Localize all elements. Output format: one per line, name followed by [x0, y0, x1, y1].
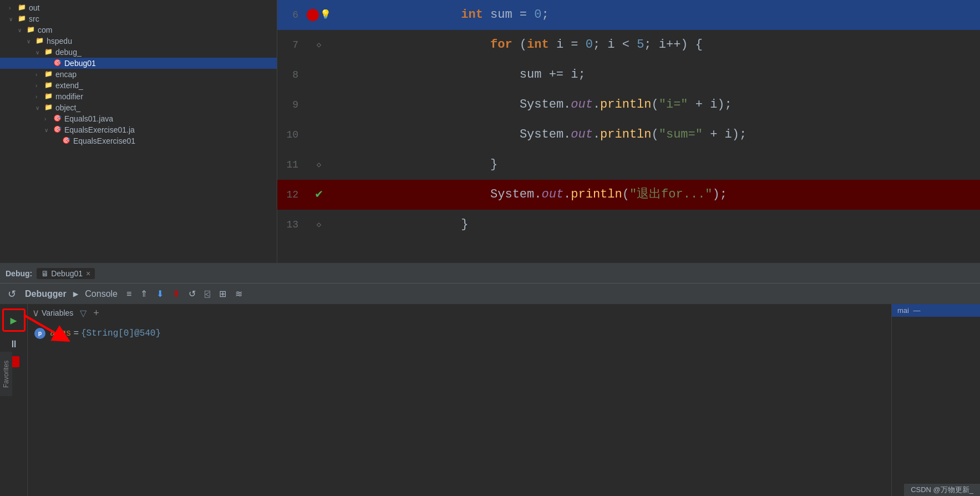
java-icon-equalsex01-class: 🎯 — [61, 136, 71, 145]
tree-label-extend: extend_ — [55, 81, 83, 90]
debug-panel: Debug: 🖥 Debug01 × ↺ Debugger ▶ Console … — [0, 263, 980, 496]
tree-item-equals01[interactable]: › 🎯 Equals01.java — [0, 113, 277, 124]
btn-step-up[interactable]: ⇑ — [137, 287, 151, 300]
tree-label-debug: debug_ — [55, 48, 82, 57]
tree-item-extend[interactable]: › 📁 extend_ — [0, 80, 277, 91]
tree-item-src[interactable]: ∨ 📁 src — [0, 13, 277, 24]
watermark: CSDN @万物更新_ — [904, 484, 980, 496]
pause-button[interactable]: ⏸ — [5, 336, 23, 352]
tree-item-encap[interactable]: › 📁 encap — [0, 69, 277, 80]
arrow-out: › — [9, 5, 17, 11]
gutter-12: ✔ — [305, 180, 333, 210]
debug-arrow-12: ✔ — [315, 180, 322, 210]
line-num-8: 8 — [277, 60, 305, 90]
folder-icon-modifier: 📁 — [43, 92, 53, 101]
tree-item-hspedu[interactable]: ∨ 📁 hspedu — [0, 36, 277, 47]
debug-header: Debug: 🖥 Debug01 × — [0, 264, 980, 283]
variables-body: p args = {String[0]@540} — [28, 322, 891, 345]
tree-item-equalsex01-class[interactable]: 🎯 EqualsExercise01 — [0, 135, 277, 146]
tree-label-debug01: Debug01 — [64, 59, 96, 68]
btn-step-up2[interactable]: ⬆ — [169, 287, 183, 300]
arrow-equalsex01-class — [53, 138, 61, 144]
frame-main[interactable]: mai — — [892, 304, 980, 317]
line-num-12: 12 — [277, 180, 305, 210]
refresh-btn[interactable]: ↺ — [4, 287, 19, 301]
folder-icon-out: 📁 — [17, 3, 27, 12]
play-icon: ▶ — [10, 313, 17, 327]
main-container: › 📁 out ∨ 📁 src ∨ 📁 com ∨ 📁 hspedu — [0, 0, 980, 496]
line-num-7: 7 — [277, 30, 305, 60]
line-num-6: 6 — [277, 0, 305, 30]
tree-item-out[interactable]: › 📁 out — [0, 2, 277, 13]
tree-label-equalsex01-class: EqualsExercise01 — [73, 136, 135, 145]
tree-item-modifier[interactable]: › 📁 modifier — [0, 91, 277, 102]
code-content: 6 💡 int sum = 0; 7 ◇ — [277, 0, 980, 240]
tree-label-equals01: Equals01.java — [64, 114, 113, 123]
gutter-11: ◇ — [305, 150, 333, 180]
btn-step-down-into[interactable]: ⬇ — [153, 287, 167, 300]
line-content-13: } — [333, 180, 980, 263]
btn-lines[interactable]: ≡ — [123, 288, 135, 300]
arrow-encap: › — [35, 72, 43, 78]
tree-label-equalsex01: EqualsExercise01.ja — [64, 125, 135, 134]
gutter-7: ◇ — [305, 30, 333, 60]
var-name-args: args — [50, 328, 71, 338]
arrow-debug01 — [44, 60, 52, 67]
top-area: › 📁 out ∨ 📁 src ∨ 📁 com ∨ 📁 hspedu — [0, 0, 980, 263]
btn-evaluate[interactable]: ⍃ — [201, 288, 214, 300]
tree-label-out: out — [29, 3, 39, 12]
tab-icon-debug01: 🖥 — [41, 269, 49, 278]
btn-settings2[interactable]: ≋ — [232, 287, 246, 300]
tree-label-encap: encap — [55, 70, 77, 79]
btn-table[interactable]: ⊞ — [216, 287, 230, 300]
resume-button[interactable]: ▶ — [2, 308, 26, 332]
tree-label-com: com — [38, 26, 52, 34]
tab-console[interactable]: Console — [82, 288, 121, 300]
tree-item-equalsex01[interactable]: ∨ 🎯 EqualsExercise01.ja — [0, 124, 277, 135]
tree-item-debug[interactable]: ∨ 📁 debug_ — [0, 47, 277, 58]
tree-label-hspedu: hspedu — [47, 37, 72, 45]
tree-label-modifier: modifier — [55, 92, 83, 101]
frames-panel: mai — — [891, 304, 980, 496]
variables-panel: ∨ Variables ▽ + p args = {String[0]@540} — [28, 304, 891, 496]
file-tree: › 📁 out ∨ 📁 src ∨ 📁 com ∨ 📁 hspedu — [0, 0, 277, 263]
add-watch-icon[interactable]: + — [93, 307, 99, 319]
chevron-down-icon[interactable]: ∨ — [32, 307, 39, 319]
folder-icon-src: 📁 — [17, 14, 27, 23]
arrow-hspedu: ∨ — [27, 38, 34, 44]
arrow-extend: › — [35, 83, 43, 89]
btn-step-over[interactable]: ↺ — [185, 287, 199, 300]
line-num-10: 10 — [277, 120, 305, 150]
tab-debugger[interactable]: Debugger — [22, 288, 70, 300]
tree-item-object[interactable]: ∨ 📁 object_ — [0, 102, 277, 113]
folder-icon-object: 📁 — [43, 103, 53, 112]
tree-item-debug01[interactable]: 🎯 Debug01 — [0, 58, 277, 69]
arrow-equals01: › — [44, 116, 52, 122]
tab-close-debug01[interactable]: × — [86, 269, 90, 278]
gutter-13: ◇ — [305, 210, 333, 240]
param-icon: p — [34, 328, 45, 339]
breakpoint-6[interactable] — [307, 9, 319, 21]
code-line-13: 13 ◇ } — [277, 210, 980, 240]
folder-icon-extend: 📁 — [43, 81, 53, 90]
debug-tab-debug01[interactable]: 🖥 Debug01 × — [37, 268, 95, 279]
gutter-6: 💡 — [305, 0, 333, 30]
line-num-9: 9 — [277, 90, 305, 120]
debug-body: ▶ ⏸ ∨ — [0, 304, 980, 496]
line-num-13: 13 — [277, 210, 305, 240]
filter-icon[interactable]: ▽ — [80, 308, 87, 318]
debug-label: Debug: — [6, 269, 32, 278]
folder-icon-hspedu: 📁 — [34, 37, 44, 45]
variables-header: ∨ Variables ▽ + — [28, 304, 891, 322]
tree-item-com[interactable]: ∨ 📁 com — [0, 24, 277, 36]
variables-label: Variables — [42, 308, 73, 317]
arrow-modifier: › — [35, 94, 43, 100]
java-icon-equals01: 🎯 — [52, 114, 62, 123]
favorites-label: Favorites — [0, 352, 12, 396]
folder-icon-encap: 📁 — [43, 70, 53, 79]
tree-label-src: src — [29, 14, 39, 23]
folder-icon-com: 📁 — [26, 26, 35, 34]
frame-scroll[interactable]: — — [913, 306, 921, 315]
arrow-src: ∨ — [9, 16, 17, 22]
arrow-debug: ∨ — [35, 49, 43, 55]
